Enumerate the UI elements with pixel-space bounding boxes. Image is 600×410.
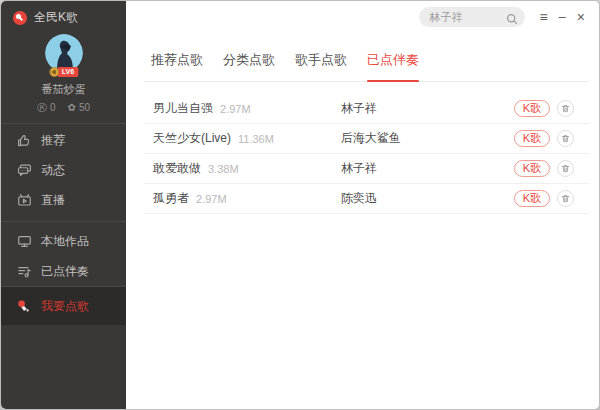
sidebar-item-local-works[interactable]: 本地作品 [1, 226, 126, 256]
menu-icon[interactable]: ≡ [539, 10, 547, 24]
delete-icon[interactable] [557, 160, 574, 177]
tab-selected-accompaniment[interactable]: 已点伴奏 [367, 42, 419, 81]
sidebar: 全民K歌 LV6 番茄炒蛋 Ⓚ 0 ✿ 50 [1, 1, 126, 409]
row-actions: K歌 [514, 190, 574, 207]
user-level-badge: LV6 [49, 67, 78, 77]
user-avatar[interactable]: LV6 [45, 34, 83, 72]
song-play-count: 2.97M [196, 193, 227, 205]
ksing-button[interactable]: K歌 [514, 160, 550, 177]
song-name: 孤勇者 [153, 190, 189, 207]
sidebar-item-recommend[interactable]: 推荐 [1, 125, 126, 155]
sidebar-divider [1, 221, 126, 222]
song-play-count: 2.97M [220, 103, 251, 115]
search-input[interactable] [429, 11, 506, 23]
song-play-count: 11.36M [238, 133, 274, 145]
sidebar-item-label: 已点伴奏 [41, 263, 89, 280]
app-logo-icon [13, 11, 27, 25]
song-name: 男儿当自强 [153, 100, 213, 117]
table-row: 天竺少女(Live) 11.36M 后海大鲨鱼 K歌 [144, 124, 589, 154]
titlebar: ≡ – × [126, 1, 599, 33]
chat-bubble-icon [16, 162, 32, 178]
delete-icon[interactable] [557, 190, 574, 207]
kcoin-stat: Ⓚ 0 [37, 102, 56, 113]
sidebar-divider [1, 123, 126, 124]
delete-icon[interactable] [557, 100, 574, 117]
sidebar-item-label: 动态 [41, 162, 65, 179]
table-row: 孤勇者 2.97M 陈奕迅 K歌 [144, 184, 589, 214]
close-icon[interactable]: × [577, 10, 585, 24]
kcoin-icon: Ⓚ [37, 103, 47, 113]
app-title: 全民K歌 [34, 9, 78, 26]
username: 番茄炒蛋 [1, 82, 126, 97]
search-icon[interactable] [506, 11, 518, 23]
ksing-button[interactable]: K歌 [514, 190, 550, 207]
song-name: 敢爱敢做 [153, 160, 201, 177]
song-artist: 林子祥 [341, 100, 377, 117]
delete-icon[interactable] [557, 130, 574, 147]
playlist-icon [16, 263, 32, 279]
window-controls: ≡ – × [539, 10, 585, 24]
main-panel: ≡ – × 推荐点歌 分类点歌 歌手点歌 已点伴奏 男儿当自强 2.97M 林子… [126, 1, 599, 409]
song-list: 男儿当自强 2.97M 林子祥 K歌 天竺少女(Live) 11.36M 后海大… [144, 94, 589, 214]
sidebar-item-live[interactable]: 直播 [1, 185, 126, 215]
flower-stat: ✿ 50 [68, 102, 91, 113]
tab-recommended-songs[interactable]: 推荐点歌 [151, 42, 203, 81]
coin-icon [49, 67, 59, 77]
user-stats: Ⓚ 0 ✿ 50 [1, 102, 126, 113]
sidebar-nav: 推荐 动态 [1, 125, 126, 325]
sidebar-item-order-song[interactable]: 我要点歌 [1, 287, 126, 325]
live-video-icon [16, 192, 32, 208]
app-logo-row: 全民K歌 [1, 1, 126, 26]
sidebar-item-label: 推荐 [41, 132, 65, 149]
sidebar-item-selected-accompaniment[interactable]: 已点伴奏 [1, 256, 126, 286]
song-artist: 林子祥 [341, 160, 377, 177]
monitor-icon [16, 233, 32, 249]
row-actions: K歌 [514, 130, 574, 147]
app-window: 全民K歌 LV6 番茄炒蛋 Ⓚ 0 ✿ 50 [0, 0, 600, 410]
search-box [419, 7, 525, 27]
microphone-icon [16, 298, 32, 314]
thumbs-up-icon [16, 132, 32, 148]
table-row: 敢爱敢做 3.38M 林子祥 K歌 [144, 154, 589, 184]
song-play-count: 3.38M [208, 163, 239, 175]
sidebar-item-label: 我要点歌 [41, 298, 89, 315]
song-name: 天竺少女(Live) [153, 130, 231, 147]
tab-bar: 推荐点歌 分类点歌 歌手点歌 已点伴奏 [144, 42, 589, 82]
ksing-button[interactable]: K歌 [514, 130, 550, 147]
row-actions: K歌 [514, 160, 574, 177]
tab-category-songs[interactable]: 分类点歌 [223, 42, 275, 81]
kcoin-count: 0 [50, 102, 56, 113]
table-row: 男儿当自强 2.97M 林子祥 K歌 [144, 94, 589, 124]
sidebar-item-feed[interactable]: 动态 [1, 155, 126, 185]
sidebar-item-label: 本地作品 [41, 233, 89, 250]
flower-icon: ✿ [68, 103, 76, 113]
tab-singer-songs[interactable]: 歌手点歌 [295, 42, 347, 81]
level-badge-label: LV6 [57, 67, 78, 77]
sidebar-item-label: 直播 [41, 192, 65, 209]
song-artist: 陈奕迅 [341, 190, 377, 207]
row-actions: K歌 [514, 100, 574, 117]
flower-count: 50 [79, 102, 90, 113]
ksing-button[interactable]: K歌 [514, 100, 550, 117]
song-artist: 后海大鲨鱼 [341, 130, 401, 147]
minimize-icon[interactable]: – [559, 10, 566, 24]
